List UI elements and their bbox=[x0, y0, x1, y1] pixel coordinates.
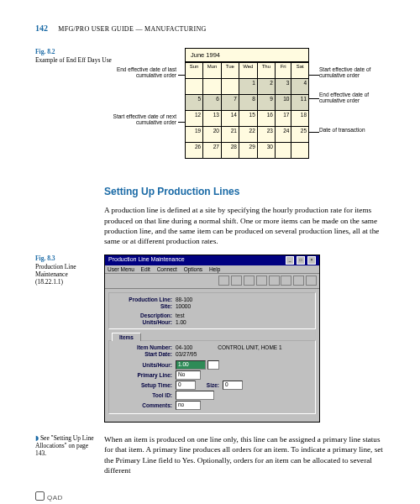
window-close-icon[interactable]: × bbox=[307, 256, 316, 265]
size-input[interactable]: 0 bbox=[223, 381, 243, 390]
size-label: Size: bbox=[196, 382, 219, 388]
menu-item[interactable]: Edit bbox=[141, 266, 150, 272]
figure-8-3: Fig. 8.3 Production Line Maintenance (18… bbox=[35, 255, 385, 423]
figure-caption: Production Line Maintenance (18.22.1.1) bbox=[35, 263, 76, 286]
toolbar-button[interactable] bbox=[269, 276, 280, 286]
app-window: Production Line Maintenance _ □ × User M… bbox=[104, 255, 320, 423]
uph2-label: Units/Hour: bbox=[113, 362, 172, 368]
comments-input[interactable]: no bbox=[176, 401, 201, 410]
header-title: MFG/PRO USER GUIDE — MANUFACTURING bbox=[58, 25, 206, 33]
window-max-icon[interactable]: □ bbox=[297, 256, 305, 265]
toolbar-button[interactable] bbox=[256, 276, 267, 286]
window-min-icon[interactable]: _ bbox=[286, 256, 294, 265]
primary-label: Primary Line: bbox=[113, 372, 172, 378]
callout-end-eff: End effective date of cumulative order bbox=[319, 92, 383, 104]
site-value: 10000 bbox=[176, 303, 191, 309]
footer: QAD bbox=[35, 491, 385, 501]
figure-caption: Example of End Eff Days Use bbox=[35, 56, 112, 64]
menu-item[interactable]: Connect bbox=[157, 266, 177, 272]
window-controls: _ □ × bbox=[285, 256, 316, 265]
prod-line-label: Production Line: bbox=[113, 297, 172, 302]
window-titlebar[interactable]: Production Line Maintenance _ □ × bbox=[105, 255, 319, 265]
callout-start-eff-next: Start effective date of next cumulative … bbox=[113, 113, 176, 126]
desc-label: Description: bbox=[113, 312, 172, 318]
page-number: 142 bbox=[35, 24, 48, 33]
items-panel: Item Number: 04-100 CONTROL UNIT, HOME 1… bbox=[108, 340, 316, 414]
calendar: June 1994 Sun Mon Tue Wed Thu Fri Sat 1 bbox=[185, 48, 309, 159]
header-panel: Production Line: 88-100 Site: 10000 Desc… bbox=[108, 292, 316, 329]
desc-value: test bbox=[176, 312, 184, 318]
uph2-input[interactable]: 1.00 bbox=[176, 360, 206, 370]
start-date-label: Start Date: bbox=[113, 351, 172, 357]
page: 142 MFG/PRO USER GUIDE — MANUFACTURING F… bbox=[0, 0, 420, 504]
footer-brand: QAD bbox=[47, 494, 63, 501]
section-heading: Setting Up Production Lines bbox=[104, 186, 385, 197]
screenshot: Production Line Maintenance _ □ × User M… bbox=[104, 255, 385, 423]
setup-label: Setup Time: bbox=[113, 382, 172, 388]
margin-note: ◗ See "Setting Up Line Allocations" on p… bbox=[35, 434, 99, 457]
tool-input[interactable] bbox=[176, 391, 214, 400]
menu-item[interactable]: Options bbox=[184, 266, 202, 272]
toolbar bbox=[105, 274, 319, 289]
uph-label: Units/Hour: bbox=[113, 319, 172, 325]
figure-8-2: Fig. 8.2 Example of End Eff Days Use End… bbox=[35, 48, 385, 174]
comments-label: Comments: bbox=[113, 402, 172, 408]
body-paragraph-1: A production line is defined at a site b… bbox=[104, 205, 385, 247]
callout-end-eff-last: End effective date of last cumulative or… bbox=[113, 66, 176, 79]
toolbar-button[interactable] bbox=[293, 276, 304, 286]
start-date-value: 03/27/95 bbox=[176, 351, 197, 357]
item-value: 04-100 bbox=[176, 344, 192, 350]
uph2-spinner[interactable] bbox=[207, 360, 219, 370]
menu-bar: User Menu Edit Connect Options Help bbox=[105, 265, 319, 274]
calendar-grid: Sun Mon Tue Wed Thu Fri Sat 1 2 3 4 bbox=[185, 62, 309, 159]
menu-item[interactable]: Help bbox=[209, 266, 220, 272]
primary-input[interactable]: No bbox=[176, 370, 201, 380]
menu-item[interactable]: User Menu bbox=[108, 266, 134, 272]
toolbar-button[interactable] bbox=[231, 276, 242, 286]
toolbar-button[interactable] bbox=[244, 276, 255, 286]
calendar-diagram: End effective date of last cumulative or… bbox=[113, 48, 381, 174]
form-area: Production Line: 88-100 Site: 10000 Desc… bbox=[105, 289, 319, 422]
prod-line-value: 88-100 bbox=[176, 297, 192, 302]
toolbar-button[interactable] bbox=[218, 276, 229, 286]
window-title: Production Line Maintenance bbox=[108, 256, 185, 265]
page-header: 142 MFG/PRO USER GUIDE — MANUFACTURING bbox=[35, 24, 385, 33]
bottom-block: ◗ See "Setting Up Line Allocations" on p… bbox=[35, 434, 385, 476]
uph-value: 1.00 bbox=[176, 319, 186, 325]
item-label: Item Number: bbox=[113, 344, 172, 350]
toolbar-button[interactable] bbox=[306, 276, 317, 286]
figure-label: Fig. 8.2 bbox=[35, 48, 55, 55]
qad-logo-icon bbox=[35, 491, 45, 501]
setup-input[interactable]: 0 bbox=[176, 381, 196, 390]
body-paragraph-2: When an item is produced on one line onl… bbox=[104, 434, 385, 476]
tool-label: Tool ID: bbox=[113, 392, 172, 398]
callout-date-trans: Date of transaction bbox=[319, 127, 383, 133]
figure-label: Fig. 8.3 bbox=[35, 255, 55, 262]
item-desc: CONTROL UNIT, HOME 1 bbox=[218, 344, 281, 350]
tab-items[interactable]: Items bbox=[112, 333, 141, 341]
callout-start-eff: Start effective date of cumulative order bbox=[319, 66, 383, 79]
toolbar-button[interactable] bbox=[281, 276, 291, 286]
calendar-title: June 1994 bbox=[185, 48, 309, 62]
site-label: Site: bbox=[113, 303, 172, 309]
